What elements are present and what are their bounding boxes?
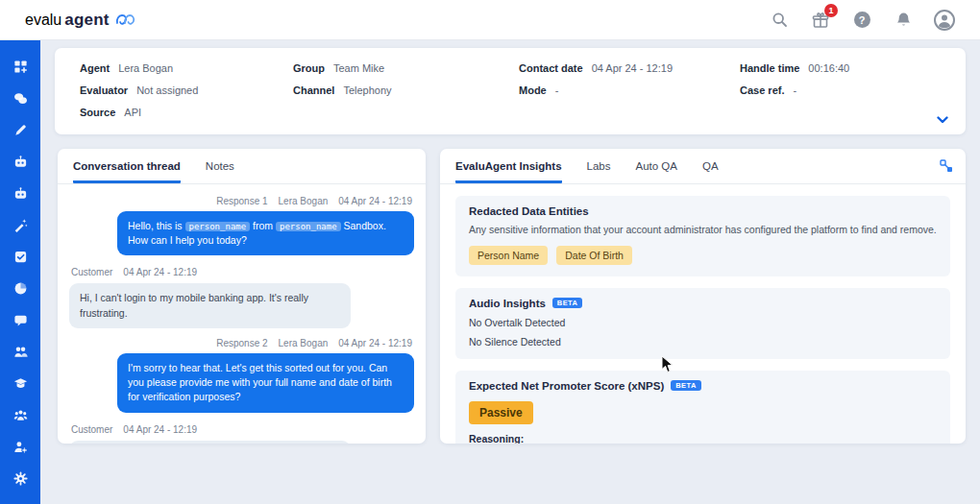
info-col-3: Contact date 04 Apr 24 - 12:19 Mode - xyxy=(519,61,740,119)
user-admin-icon[interactable] xyxy=(7,433,34,460)
response-2-meta: Response 2 Lera Bogan 04 Apr 24 - 12:19 xyxy=(71,338,412,348)
messages-list: Response 1 Lera Bogan 04 Apr 24 - 12:19 … xyxy=(58,184,426,444)
gift-icon[interactable]: 1 xyxy=(810,10,831,31)
contact-date-value: 04 Apr 24 - 12:19 xyxy=(592,61,673,75)
message-text: Hello, this is xyxy=(128,220,185,231)
customer-message-bubble: Hi, I can't login to my mobile banking a… xyxy=(69,283,351,327)
message-time: 04 Apr 24 - 12:19 xyxy=(123,267,197,277)
insights-body: Redacted Data Entities Any sensitive inf… xyxy=(440,184,966,444)
channel-field: Channel Telephony xyxy=(293,84,519,97)
customer-1-meta: Customer 04 Apr 24 - 12:19 xyxy=(71,267,412,277)
evaluator-value: Not assigned xyxy=(136,84,198,97)
header-icons: 1 ? xyxy=(769,10,955,31)
expand-icon[interactable] xyxy=(940,159,953,173)
customer-message-bubble-clipped: Yeah, it's person_name. Here's my name a… xyxy=(69,441,351,444)
logo-text-bold: agent xyxy=(64,11,109,30)
tab-qa[interactable]: QA xyxy=(702,160,719,183)
redacted-entities-section: Redacted Data Entities Any sensitive inf… xyxy=(455,196,950,276)
insights-tabs: EvaluAgent Insights Labs Auto QA QA xyxy=(440,149,966,184)
reports-icon[interactable] xyxy=(7,275,34,301)
bot-icon[interactable] xyxy=(7,148,34,175)
agent-field: Agent Lera Bogan xyxy=(80,61,293,75)
avatar[interactable] xyxy=(934,10,955,31)
comments-icon[interactable] xyxy=(7,306,34,333)
tab-labs[interactable]: Labs xyxy=(587,160,611,183)
entity-chip-person-name: Person Name xyxy=(469,246,548,265)
info-col-2: Group Team Mike Channel Telephony xyxy=(293,61,519,119)
audio-insights-title: Audio Insights xyxy=(469,298,546,309)
conversations-icon[interactable] xyxy=(7,84,34,111)
channel-label: Channel xyxy=(293,84,334,97)
message-text: I'm sorry to hear that. Let's get this s… xyxy=(128,362,392,402)
agent-name: Lera Bogan xyxy=(279,338,329,348)
audio-insights-title-row: Audio Insights BETA xyxy=(469,298,937,309)
learning-icon[interactable] xyxy=(7,370,34,396)
top-header: evaluagent 1 ? xyxy=(0,0,980,40)
screen: evaluagent 1 ? xyxy=(0,0,980,504)
chevron-down-icon[interactable] xyxy=(935,113,950,127)
message-time: 04 Apr 24 - 12:19 xyxy=(338,196,412,206)
community-icon[interactable] xyxy=(7,401,34,428)
sidebar-icons xyxy=(7,53,34,496)
silence-status: No Silence Detected xyxy=(469,336,937,348)
response-1-meta: Response 1 Lera Bogan 04 Apr 24 - 12:19 xyxy=(71,196,412,206)
logo-text-regular: evalu xyxy=(25,12,61,29)
search-icon[interactable] xyxy=(769,10,790,31)
redaction-chip: person_name xyxy=(185,222,251,231)
xnps-score-badge: Passive xyxy=(469,401,533,424)
customer-2-meta: Customer 04 Apr 24 - 12:19 xyxy=(71,424,412,435)
tab-auto-qa[interactable]: Auto QA xyxy=(635,160,676,183)
overtalk-status: No Overtalk Detected xyxy=(469,317,937,328)
compose-icon[interactable] xyxy=(7,116,34,143)
agent-name: Lera Bogan xyxy=(279,196,329,206)
audio-insights-section: Audio Insights BETA No Overtalk Detected… xyxy=(455,288,950,359)
evaluagent-logo[interactable]: evaluagent xyxy=(25,11,136,30)
agent-value: Lera Bogan xyxy=(118,61,173,75)
redacted-entities-title: Redacted Data Entities xyxy=(469,205,937,217)
bell-icon[interactable] xyxy=(893,10,914,31)
redaction-chip: person_name xyxy=(276,222,341,231)
message-time: 04 Apr 24 - 12:19 xyxy=(338,338,412,348)
speaker-name: Customer xyxy=(71,424,112,435)
response-number: Response 2 xyxy=(216,338,267,348)
help-icon[interactable]: ? xyxy=(851,10,872,31)
magic-wand-icon[interactable] xyxy=(7,211,34,238)
agent-message-bubble: I'm sorry to hear that. Let's get this s… xyxy=(117,353,414,413)
handle-time-field: Handle time 00:16:40 xyxy=(740,61,941,75)
agent-label: Agent xyxy=(80,61,110,75)
channel-value: Telephony xyxy=(343,84,391,97)
entity-chip-date-of-birth: Date Of Birth xyxy=(556,246,632,265)
tab-conversation-thread[interactable]: Conversation thread xyxy=(73,160,181,183)
handle-time-value: 00:16:40 xyxy=(808,61,849,75)
conversation-tabs: Conversation thread Notes xyxy=(58,149,426,184)
group-field: Group Team Mike xyxy=(293,61,519,75)
evaluator-label: Evaluator xyxy=(80,84,128,97)
contact-date-field: Contact date 04 Apr 24 - 12:19 xyxy=(519,61,740,75)
source-label: Source xyxy=(80,106,115,119)
beta-badge: BETA xyxy=(552,298,582,309)
settings-icon[interactable] xyxy=(7,465,34,492)
contact-date-label: Contact date xyxy=(519,61,583,75)
case-ref-field: Case ref. - xyxy=(740,84,941,97)
case-ref-value: - xyxy=(793,84,796,97)
info-col-1: Agent Lera Bogan Evaluator Not assigned … xyxy=(80,61,293,119)
sidebar xyxy=(0,40,40,504)
conversation-card: Conversation thread Notes Response 1 Ler… xyxy=(58,149,426,444)
group-label: Group xyxy=(293,61,325,75)
tab-evaluagent-insights[interactable]: EvaluAgent Insights xyxy=(455,160,562,183)
teams-icon[interactable] xyxy=(7,338,34,365)
redacted-entities-description: Any sensitive information that your acco… xyxy=(469,223,937,237)
insights-card: EvaluAgent Insights Labs Auto QA QA Reda… xyxy=(440,149,966,444)
dashboard-icon[interactable] xyxy=(7,53,34,80)
message-text: Hi, I can't login to my mobile banking a… xyxy=(80,292,308,318)
info-col-4: Handle time 00:16:40 Case ref. - xyxy=(740,61,941,119)
tab-notes[interactable]: Notes xyxy=(206,160,234,183)
tasks-icon[interactable] xyxy=(7,243,34,270)
message-time: 04 Apr 24 - 12:19 xyxy=(123,424,197,435)
xnps-section: Expected Net Promoter Score (xNPS) BETA … xyxy=(455,371,950,444)
mode-label: Mode xyxy=(519,84,547,97)
message-text: from xyxy=(250,220,276,231)
logo-chat-icon xyxy=(115,12,136,28)
bot-alt-icon[interactable] xyxy=(7,180,34,206)
xnps-title: Expected Net Promoter Score (xNPS) xyxy=(469,380,664,392)
